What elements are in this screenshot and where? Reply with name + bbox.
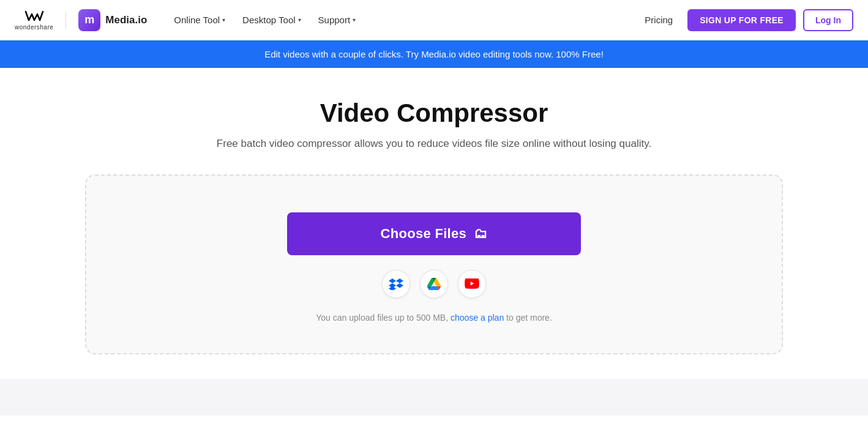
login-button[interactable]: Log In (803, 9, 853, 31)
wondershare-logo[interactable]: wondershare (15, 9, 53, 31)
promo-banner[interactable]: Edit videos with a couple of clicks. Try… (0, 40, 868, 68)
chevron-down-icon: ▾ (298, 17, 301, 23)
mediaio-name: Media.io (105, 14, 147, 26)
main-content: Video Compressor Free batch video compre… (0, 68, 868, 379)
nav-links: Online Tool ▾ Desktop Tool ▾ Support ▾ (166, 10, 637, 30)
chevron-down-icon: ▾ (222, 17, 225, 23)
upload-info-prefix: You can upload files up to 500 MB, (316, 313, 448, 323)
choose-files-button[interactable]: Choose Files 🗂 (287, 212, 581, 255)
page-title: Video Compressor (320, 99, 548, 128)
signup-button[interactable]: SIGN UP FOR FREE (687, 9, 796, 31)
pricing-link[interactable]: Pricing (637, 10, 680, 30)
youtube-button[interactable] (458, 270, 486, 298)
page-subtitle: Free batch video compressor allows you t… (217, 138, 651, 150)
google-drive-button[interactable] (420, 270, 448, 298)
nav-support[interactable]: Support ▾ (311, 10, 364, 30)
wondershare-label: wondershare (15, 24, 53, 31)
cloud-storage-icons (382, 270, 486, 298)
upload-info: You can upload files up to 500 MB, choos… (316, 313, 552, 323)
logo-divider (65, 12, 66, 29)
nav-right: Pricing SIGN UP FOR FREE Log In (637, 9, 853, 31)
choose-files-label: Choose Files (381, 226, 467, 242)
banner-text: Edit videos with a couple of clicks. Try… (264, 49, 604, 59)
wondershare-icon (23, 9, 45, 23)
dropbox-icon (389, 278, 403, 290)
google-drive-icon (427, 278, 441, 290)
mediaio-logo[interactable]: m Media.io (78, 9, 147, 31)
upload-info-suffix: to get more. (506, 313, 552, 323)
folder-icon: 🗂 (474, 226, 487, 242)
logo-area: wondershare m Media.io (15, 9, 147, 31)
youtube-icon (465, 278, 479, 289)
choose-plan-link[interactable]: choose a plan (451, 313, 504, 323)
nav-online-tool[interactable]: Online Tool ▾ (166, 10, 233, 30)
chevron-down-icon: ▾ (353, 17, 356, 23)
mediaio-icon: m (78, 9, 100, 31)
nav-desktop-tool[interactable]: Desktop Tool ▾ (235, 10, 308, 30)
upload-box: Choose Files 🗂 (85, 174, 783, 354)
dropbox-button[interactable] (382, 270, 410, 298)
navbar: wondershare m Media.io Online Tool ▾ Des… (0, 0, 868, 40)
footer-area (0, 379, 868, 416)
